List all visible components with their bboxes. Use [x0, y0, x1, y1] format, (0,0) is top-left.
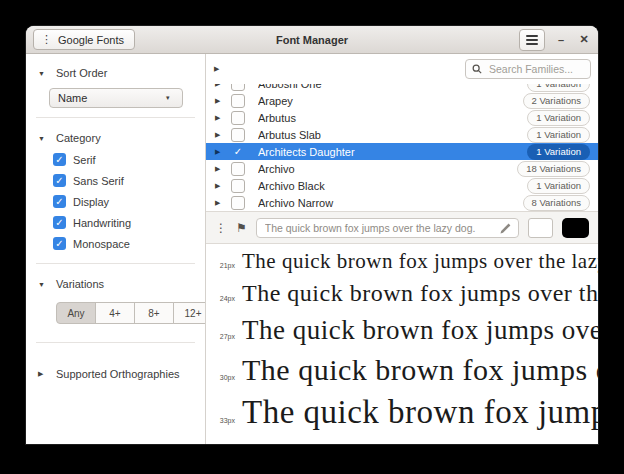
font-name: Arapey: [258, 95, 523, 107]
font-row[interactable]: ▶ Arapey 2 Variations: [206, 92, 598, 109]
expander-icon[interactable]: ▶: [215, 97, 231, 105]
divider: [36, 117, 195, 118]
check-icon: ✓: [55, 218, 63, 228]
variations-filter-any[interactable]: Any: [56, 302, 96, 324]
category-item-handwriting[interactable]: ✓ Handwriting: [26, 212, 205, 233]
category-item-serif[interactable]: ✓ Serif: [26, 149, 205, 170]
expander-icon[interactable]: ▶: [215, 114, 231, 122]
variation-count-badge: 2 Variations: [523, 93, 590, 109]
size-label: 27px: [210, 333, 235, 340]
font-checkbox-checked[interactable]: ✓: [231, 145, 245, 159]
font-row[interactable]: ▶ Arbutus Slab 1 Variation: [206, 126, 598, 143]
font-checkbox[interactable]: [231, 111, 245, 125]
sort-order-dropdown[interactable]: Name ▾: [49, 88, 183, 108]
hamburger-icon: [526, 39, 538, 41]
search-box[interactable]: [465, 59, 591, 79]
variations-section-header[interactable]: ▼ Variations: [26, 273, 205, 295]
preview-text: The quick brown fox jumps over the lazy …: [242, 394, 598, 432]
font-checkbox[interactable]: [231, 162, 245, 176]
hamburger-menu-button[interactable]: [519, 29, 545, 51]
expander-icon[interactable]: ▶: [215, 148, 231, 156]
font-row[interactable]: ▶ Archivo Black 1 Variation: [206, 177, 598, 194]
dropdown-arrow-icon: ▾: [166, 94, 174, 102]
waterfall-row: 37px The quick brown fox jumps over the …: [210, 439, 598, 444]
edit-pencil-icon: [500, 222, 512, 234]
font-checkbox[interactable]: [231, 94, 245, 108]
variations-filter-4plus[interactable]: 4+: [95, 302, 135, 324]
search-icon: [472, 63, 482, 75]
category-item-monospace[interactable]: ✓ Monospace: [26, 233, 205, 254]
variation-count-badge: 1 Variation: [527, 144, 590, 160]
preview-menu-icon[interactable]: ⋮: [215, 222, 227, 234]
checkbox-sans-serif[interactable]: ✓: [53, 174, 66, 187]
font-row[interactable]: ▶ Arbutus 1 Variation: [206, 109, 598, 126]
preview-text: The quick brown fox jumps over the lazy …: [242, 315, 598, 346]
waterfall-row: 33px The quick brown fox jumps over the …: [210, 394, 598, 432]
category-label: Category: [56, 132, 101, 144]
preview-text-entry[interactable]: [256, 218, 519, 238]
expander-icon[interactable]: ▶: [215, 165, 231, 173]
checkbox-display[interactable]: ✓: [53, 195, 66, 208]
font-browser-pane: ▶ ▶ Aoboshi One 1 Variation: [206, 54, 598, 444]
desktop-background: Font Manager ⋮ Google Fonts – ✕ ▼ Sort O…: [0, 0, 624, 474]
waterfall-row: 21px The quick brown fox jumps over the …: [210, 249, 598, 273]
expander-icon[interactable]: ▶: [215, 199, 231, 207]
preview-toolbar: ⋮ ⚑: [206, 211, 598, 244]
expand-all-icon[interactable]: ▶: [214, 65, 222, 73]
font-name: Architects Daughter: [258, 146, 527, 158]
category-section-header[interactable]: ▼ Category: [26, 127, 205, 149]
size-label: 21px: [210, 262, 235, 269]
preview-text: The quick brown fox jumps over the lazy …: [242, 249, 598, 273]
font-name: Archivo Black: [258, 180, 527, 192]
font-checkbox[interactable]: [231, 179, 245, 193]
check-icon: ✓: [55, 197, 63, 207]
checkbox-serif[interactable]: ✓: [53, 153, 66, 166]
preview-text-input[interactable]: [263, 221, 496, 235]
category-item-display[interactable]: ✓ Display: [26, 191, 205, 212]
expander-icon[interactable]: ▶: [215, 182, 231, 190]
expander-icon[interactable]: ▶: [215, 84, 231, 88]
preview-text: The quick brown fox jumps over the lazy …: [242, 280, 598, 308]
orthographies-section-header[interactable]: ▶ Supported Orthographies: [26, 363, 205, 385]
variations-filter-8plus[interactable]: 8+: [134, 302, 174, 324]
chevron-down-icon: ▼: [38, 70, 46, 77]
font-manager-window: Font Manager ⋮ Google Fonts – ✕ ▼ Sort O…: [26, 26, 598, 444]
variation-count-badge: 1 Variation: [527, 110, 590, 126]
vertical-dots-icon: ⋮: [41, 34, 52, 45]
variation-count-badge: 8 Variations: [523, 195, 590, 211]
sort-order-section-header[interactable]: ▼ Sort Order: [26, 62, 205, 84]
font-checkbox[interactable]: [231, 128, 245, 142]
waterfall-row: 30px The quick brown fox jumps over the …: [210, 353, 598, 388]
variations-filter-group: Any 4+ 8+ 12+: [56, 302, 206, 324]
font-family-list[interactable]: ▶ Aoboshi One 1 Variation ▶ Arapey 2 Var…: [206, 84, 598, 211]
flag-icon[interactable]: ⚑: [236, 222, 247, 234]
variation-count-badge: 1 Variation: [527, 84, 590, 92]
foreground-color-swatch[interactable]: [528, 218, 553, 238]
font-row[interactable]: ▶ Archivo 18 Variations: [206, 160, 598, 177]
waterfall-preview[interactable]: 21px The quick brown fox jumps over the …: [206, 244, 598, 444]
checkbox-handwriting[interactable]: ✓: [53, 216, 66, 229]
expander-icon[interactable]: ▶: [215, 131, 231, 139]
checkbox-monospace[interactable]: ✓: [53, 237, 66, 250]
minimize-button[interactable]: –: [554, 34, 568, 46]
google-fonts-button-label: Google Fonts: [58, 34, 124, 46]
close-button[interactable]: ✕: [577, 33, 591, 46]
window-controls: – ✕: [519, 29, 591, 51]
font-checkbox[interactable]: [231, 196, 245, 210]
font-row[interactable]: ▶ Aoboshi One 1 Variation: [206, 84, 598, 92]
preview-text: The quick brown fox jumps over the lazy …: [242, 439, 598, 444]
font-checkbox[interactable]: [231, 84, 245, 91]
size-label: 24px: [210, 295, 235, 302]
google-fonts-button[interactable]: ⋮ Google Fonts: [33, 29, 135, 50]
font-row[interactable]: ▶ Archivo Narrow 8 Variations: [206, 194, 598, 211]
font-row-selected[interactable]: ▶ ✓ Architects Daughter 1 Variation: [206, 143, 598, 160]
variation-count-badge: 1 Variation: [527, 127, 590, 143]
variation-count-badge: 18 Variations: [517, 161, 590, 177]
font-list-header: ▶: [206, 54, 598, 84]
variations-filter-12plus[interactable]: 12+: [173, 302, 206, 324]
orthographies-label: Supported Orthographies: [56, 368, 180, 380]
category-item-sans-serif[interactable]: ✓ Sans Serif: [26, 170, 205, 191]
check-icon: ✓: [234, 147, 242, 157]
background-color-swatch[interactable]: [562, 218, 589, 238]
search-input[interactable]: [487, 62, 584, 76]
